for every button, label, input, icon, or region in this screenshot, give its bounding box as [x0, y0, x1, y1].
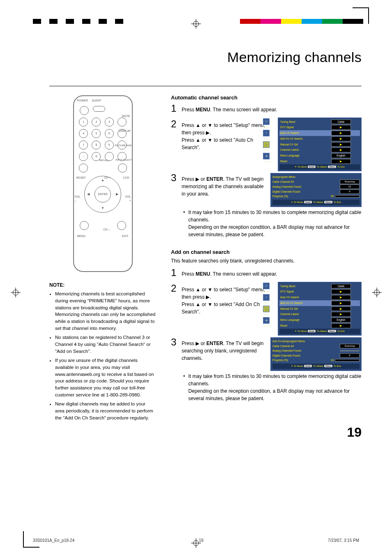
- note-list: Memorizing channels is best accomplished…: [49, 290, 156, 421]
- power-button: [80, 106, 89, 115]
- print-footer: 33S0101A_En_p18-24 19 7/23/07, 3:15 PM: [33, 538, 359, 543]
- enter-button: ENTER: [95, 186, 111, 203]
- page-title: Memorizing channels: [49, 49, 362, 65]
- note-item: No stations can be registered to Channel…: [55, 334, 156, 355]
- crop-mark-tr: [353, 7, 369, 24]
- registration-mark-top: [191, 19, 201, 29]
- addon-intro: This feature searches only blank, unregi…: [171, 257, 362, 265]
- note-item: New digital channels may be added to you…: [55, 401, 156, 421]
- footer-file: 33S0101A_En_p18-24: [33, 538, 74, 543]
- exit-button: [117, 221, 126, 230]
- osd-addon-program: Add On Autoprogram Menu Cable Channel 44…: [270, 336, 362, 371]
- registration-mark-left: [11, 288, 21, 297]
- menu-button: [80, 221, 89, 230]
- addon-note-bullet: •It may take from 15 minutes to 30 minut…: [183, 373, 362, 402]
- osd-autoprogram: Autoprogram Menu Cable Channel 55Scannin…: [270, 171, 362, 207]
- page-number: 19: [347, 425, 362, 440]
- reset-button: [79, 164, 88, 173]
- auto-step-2: 2 Press ▲ or ▼ to select "Setup" menu, t…: [171, 119, 266, 151]
- dpad: ▲ ▼ ◀ ▶ ENTER: [84, 176, 121, 213]
- osd-setup-menu-addon: ▢Picture♪Audio⌂Setup⚙Feature Tuning Band…: [270, 282, 362, 336]
- digit-dash: –: [79, 152, 88, 161]
- digit-2: 2: [92, 117, 101, 127]
- registration-mark-right: [372, 288, 382, 297]
- title-rule: [49, 86, 362, 86]
- mute-button: [118, 117, 127, 127]
- auto-note-bullet: •It may take from 15 minutes to 30 minut…: [183, 209, 362, 238]
- addon-step-2: 2 Press ▲ or ▼ to select "Setup" menu, t…: [171, 283, 266, 315]
- osd-setup-menu-auto: ▢Picture♪Audio⌂Setup⚙Feature Tuning Band…: [270, 117, 362, 171]
- note-item: Memorizing channels is best accomplished…: [55, 290, 156, 332]
- digit-3: 3: [105, 117, 114, 127]
- addon-step-1: 1 Press MENU. The menu screen will appea…: [171, 268, 362, 278]
- remote-illustration: POWER SLEEP MUTE 123 DISPLAY 456 PICTURE…: [73, 95, 133, 272]
- note-item: If you are unsure of the digital channel…: [55, 357, 156, 398]
- addon-search-heading: Add on channel search: [171, 248, 362, 256]
- footer-page: 19: [199, 538, 203, 543]
- note-heading: NOTE:: [49, 282, 156, 289]
- auto-search-heading: Automatic channel search: [171, 94, 362, 102]
- digit-1: 1: [79, 117, 88, 127]
- sleep-button: [93, 106, 105, 112]
- footer-date: 7/23/07, 3:15 PM: [328, 538, 359, 543]
- auto-step-1: 1 Press MENU. The menu screen will appea…: [171, 104, 362, 113]
- addon-step-3: 3 Press ▶ or ENTER. The TV will begin se…: [171, 337, 266, 362]
- auto-step-3: 3 Press ▶ or ENTER. The TV will begin me…: [171, 173, 266, 198]
- ccd-button: [118, 164, 127, 173]
